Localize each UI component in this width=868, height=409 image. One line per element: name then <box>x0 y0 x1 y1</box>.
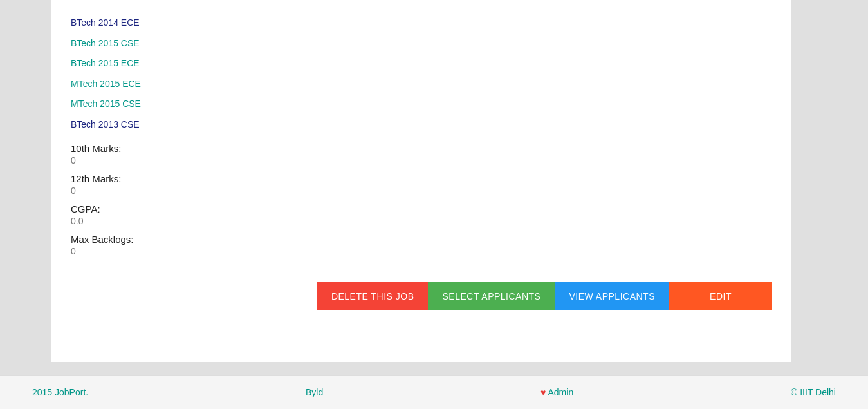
footer-iiit: © IIIT Delhi <box>791 387 836 397</box>
select-applicants-button[interactable]: SELECT APPLICANTS <box>428 282 555 310</box>
field-value: 0.0 <box>71 216 772 226</box>
view-applicants-button[interactable]: VIEW APPLICANTS <box>555 282 669 310</box>
field-label: Max Backlogs: <box>71 234 772 245</box>
list-item: BTech 2015 CSE <box>71 33 772 54</box>
field-value: 0 <box>71 155 772 166</box>
delete-job-button[interactable]: DELETE THIS JOB <box>317 282 429 310</box>
field-label: CGPA: <box>71 204 772 214</box>
heart-icon: ♥ <box>540 387 546 397</box>
list-item: MTech 2015 CSE <box>71 94 772 115</box>
edit-button[interactable]: EDIT <box>669 282 772 310</box>
criteria-fields: 10th Marks:012th Marks:0CGPA:0.0Max Back… <box>71 143 772 256</box>
footer-admin-text: Admin <box>548 387 574 397</box>
footer-byld: Byld <box>306 387 323 397</box>
list-item: BTech 2014 ECE <box>71 13 772 33</box>
field-value: 0 <box>71 185 772 196</box>
list-item: BTech 2013 CSE <box>71 115 772 135</box>
footer-admin: ♥ Admin <box>540 387 573 397</box>
list-item: BTech 2015 ECE <box>71 53 772 74</box>
page-footer: 2015 JobPort. Byld ♥ Admin © IIIT Delhi <box>0 375 868 409</box>
field-label: 10th Marks: <box>71 143 772 154</box>
qualification-list: BTech 2014 ECEBTech 2015 CSEBTech 2015 E… <box>71 13 772 135</box>
job-detail-card: BTech 2014 ECEBTech 2015 CSEBTech 2015 E… <box>51 0 791 362</box>
action-buttons: DELETE THIS JOB SELECT APPLICANTS VIEW A… <box>71 276 772 310</box>
field-value: 0 <box>71 246 772 256</box>
footer-copyright: 2015 JobPort. <box>32 387 88 397</box>
field-label: 12th Marks: <box>71 173 772 184</box>
list-item: MTech 2015 ECE <box>71 74 772 95</box>
